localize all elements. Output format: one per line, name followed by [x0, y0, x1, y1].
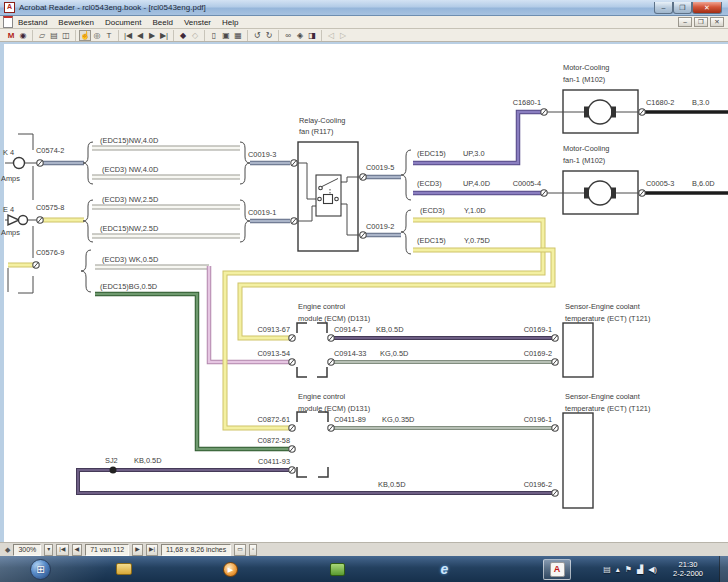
media-player-taskbar-button[interactable]: ▶ [222, 561, 239, 578]
clock-date: 2-2-2000 [664, 569, 712, 578]
continuous-layout-button[interactable]: ▫ [249, 544, 257, 556]
search-results-icon[interactable]: ◨ [306, 30, 318, 41]
next-page-icon[interactable]: ▶ [146, 30, 158, 41]
show-hidden-icons-arrow[interactable]: ▴ [616, 565, 620, 574]
label-c0914-33: C0914-33 [334, 349, 366, 358]
first-page-button[interactable]: |◀ [56, 544, 68, 556]
statusbar: ◆ 300% ▾ |◀ ◀ 71 van 112 ▶ ▶| 11,68 x 8,… [0, 542, 728, 556]
label-ecm2-title-1: Engine control [298, 392, 346, 401]
network-icon[interactable]: ▟ [637, 565, 643, 574]
prev-result-icon[interactable]: ◁ [325, 30, 337, 41]
print-icon[interactable]: ▤ [48, 30, 60, 41]
next-view-icon[interactable]: ◇ [189, 30, 201, 41]
prev-page-icon[interactable]: ◀ [134, 30, 146, 41]
label-c0196-2: C0196-2 [524, 480, 552, 489]
label-c0019-1: C0019-1 [248, 208, 276, 217]
label-k4: K 4 [3, 148, 14, 157]
toolbar: M ◉ ▱ ▤ ◫ ☝ ◎ T |◀ ◀ ▶ ▶| ◆ ◇ ▯ ▣ ▦ ↺ [0, 29, 728, 42]
explorer-taskbar-button[interactable] [115, 561, 132, 578]
label-c0914-7: C0914-7 [334, 325, 362, 334]
rotate-right-icon[interactable]: ↻ [263, 30, 275, 41]
label-amps1: Amps [1, 174, 20, 183]
label-up2-tag: (ECD3) [417, 179, 442, 188]
menu-help[interactable]: Help [222, 18, 238, 27]
label-c0019-5: C0019-5 [366, 163, 394, 172]
action-center-flag-icon[interactable]: ⚑ [625, 565, 632, 574]
keyboard-tray-icon[interactable]: ▤ [603, 565, 611, 574]
start-button[interactable]: ⊞ [30, 559, 51, 580]
rotate-left-icon[interactable]: ↺ [251, 30, 263, 41]
search-icon[interactable]: ◈ [294, 30, 306, 41]
show-desktop-button[interactable] [719, 556, 728, 582]
open-icon[interactable]: ▱ [36, 30, 48, 41]
ecm1-box [297, 323, 327, 377]
last-page-button[interactable]: ▶| [146, 544, 158, 556]
label-c0169-2: C0169-2 [524, 349, 552, 358]
hand-tool-icon[interactable]: ☝ [79, 30, 91, 41]
label-c0019-2: C0019-2 [366, 222, 394, 231]
label-nw25-ecd3: (ECD3) NW,2.5D [102, 195, 158, 204]
zoom-tool-icon[interactable]: ◎ [91, 30, 103, 41]
label-motor1-title-2: fan-1 (M102) [563, 75, 605, 84]
clock-time: 21:30 [664, 560, 712, 569]
menu-beeld[interactable]: Beeld [152, 18, 172, 27]
label-up1-val: UP,3.0 [463, 149, 485, 158]
label-c1680-2: C1680-2 [646, 98, 674, 107]
acrobat-services-icon[interactable]: ◉ [17, 30, 29, 41]
label-c0574-2: C0574-2 [36, 146, 64, 155]
label-y2-tag: (EDC15) [417, 236, 446, 245]
label-c1680-1: C1680-1 [513, 98, 541, 107]
next-result-icon[interactable]: ▷ [337, 30, 349, 41]
fit-page-icon[interactable]: ▣ [220, 30, 232, 41]
menu-bewerken[interactable]: Bewerken [58, 18, 94, 27]
menu-bestand[interactable]: Bestand [18, 18, 47, 27]
volume-icon[interactable]: ◀) [648, 565, 657, 574]
doc-minimize-button[interactable]: – [678, 17, 692, 27]
actual-size-icon[interactable]: ▯ [208, 30, 220, 41]
label-e4: E 4 [3, 205, 14, 214]
zoom-dropdown-button[interactable]: ▾ [44, 544, 53, 556]
minimize-button[interactable]: – [654, 2, 673, 14]
label-nw40-ecd3: (ECD3) NW,4.0D [102, 165, 158, 174]
menu-venster[interactable]: Venster [184, 18, 211, 27]
doc-close-button[interactable]: ✕ [710, 17, 724, 27]
navigation-pane-icon[interactable]: ◫ [60, 30, 72, 41]
zoom-level[interactable]: 300% [13, 544, 41, 556]
adobe-online-icon[interactable]: M [5, 30, 17, 41]
internet-explorer-taskbar-button[interactable]: e [436, 561, 453, 578]
label-c0005-3: C0005-3 [646, 179, 674, 188]
restore-button[interactable]: ❐ [673, 2, 692, 14]
label-wk05: (ECD3) WK,0.5D [102, 255, 158, 264]
label-motor2-title-1: Motor-Cooling [563, 144, 609, 153]
label-motor1-title-1: Motor-Cooling [563, 63, 609, 72]
ect1-box [563, 323, 593, 377]
fit-width-icon[interactable]: ▦ [232, 30, 244, 41]
label-c0913-67: C0913-67 [258, 325, 290, 334]
wiring-diagram: K 4 Amps E 4 Amps C0574-2 C0575-8 C0576-… [0, 42, 728, 542]
last-page-icon[interactable]: ▶| [158, 30, 170, 41]
menu-document[interactable]: Document [105, 18, 141, 27]
single-page-layout-button[interactable]: ▭ [234, 544, 246, 556]
next-page-button[interactable]: ▶ [132, 544, 143, 556]
label-ect1-title-2: temperature (ECT) (T121) [565, 314, 650, 323]
label-ecm1-title-1: Engine control [298, 302, 346, 311]
close-button[interactable]: ✕ [692, 2, 722, 14]
text-select-tool-icon[interactable]: T [103, 30, 115, 41]
first-page-icon[interactable]: |◀ [122, 30, 134, 41]
document-icon[interactable] [3, 16, 13, 28]
label-nw40-edc15: (EDC15)NW,4.0D [100, 136, 158, 145]
doc-restore-button[interactable]: ❐ [694, 17, 708, 27]
label-b30: B,3.0 [692, 98, 709, 107]
taskbar-clock[interactable]: 21:30 2-2-2000 [664, 560, 712, 578]
prev-view-icon[interactable]: ◆ [177, 30, 189, 41]
find-icon[interactable]: ∞ [282, 30, 294, 41]
folder-icon [116, 563, 132, 575]
motor1-box [547, 90, 641, 133]
acrobat-reader-taskbar-button[interactable]: A [543, 559, 571, 580]
statusbar-nav-icon[interactable]: ◆ [5, 546, 10, 554]
green-app-icon [330, 563, 345, 576]
page-indicator[interactable]: 71 van 112 [85, 544, 129, 556]
prev-page-button[interactable]: ◀ [72, 544, 83, 556]
label-c0169-1: C0169-1 [524, 325, 552, 334]
green-app-taskbar-button[interactable] [329, 561, 346, 578]
